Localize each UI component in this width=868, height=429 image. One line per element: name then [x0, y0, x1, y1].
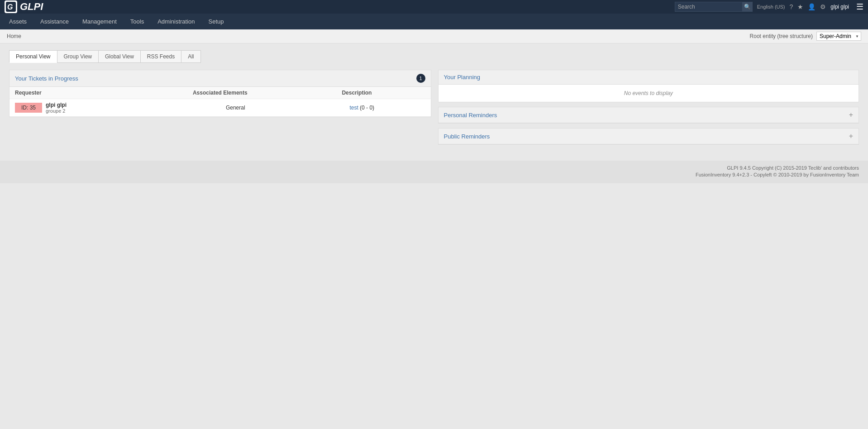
- notifications-icon[interactable]: 👤: [808, 3, 816, 10]
- footer-line-2: FusionInventory 9.4+2.3 - Copyleft © 201…: [9, 172, 859, 177]
- ticket-link[interactable]: test: [349, 105, 358, 111]
- nav-bar: Assets Assistance Management Tools Admin…: [0, 14, 868, 29]
- table-row: ID: 35 glpi glpi groupe 2 General test (…: [10, 99, 431, 117]
- public-reminders-header[interactable]: Public Reminders +: [439, 129, 859, 144]
- logo-area[interactable]: G GLPI: [5, 0, 43, 13]
- entity-dropdown-wrapper: Super-Admin: [816, 32, 861, 41]
- nav-setup[interactable]: Setup: [209, 14, 224, 29]
- nav-management[interactable]: Management: [82, 14, 117, 29]
- ticket-description: test (0 - 0): [299, 105, 425, 111]
- entity-label: Root entity (tree structure): [750, 33, 813, 39]
- tab-all[interactable]: All: [181, 50, 200, 63]
- nav-assets[interactable]: Assets: [9, 14, 27, 29]
- tab-rss-feeds[interactable]: RSS Feeds: [140, 50, 181, 63]
- main-content: Personal View Group View Global View RSS…: [0, 43, 868, 152]
- planning-panel-title: Your Planning: [444, 74, 480, 81]
- tickets-panel-header: Your Tickets in Progress 1: [10, 70, 431, 87]
- ticket-id[interactable]: ID: 35: [15, 103, 42, 113]
- tickets-panel: Your Tickets in Progress 1 Requester Ass…: [9, 70, 431, 117]
- dashboard: Your Tickets in Progress 1 Requester Ass…: [9, 70, 859, 145]
- footer-line-1: GLPI 9.4.5 Copyright (C) 2015-2019 Tecli…: [9, 165, 859, 171]
- personal-reminders-title: Personal Reminders: [444, 112, 497, 119]
- search-box: 🔍: [675, 2, 753, 12]
- personal-reminders-add-icon[interactable]: +: [849, 111, 853, 119]
- logo-icon: G: [5, 0, 17, 13]
- planning-no-events: No events to display: [439, 85, 859, 102]
- entity-selector: Root entity (tree structure) Super-Admin: [750, 32, 861, 41]
- public-reminders-title: Public Reminders: [444, 133, 490, 140]
- user-name[interactable]: glpi glpi: [830, 4, 849, 10]
- ticket-desc-count: (0 - 0): [360, 105, 374, 111]
- settings-icon[interactable]: ⚙: [820, 3, 826, 10]
- favorites-icon[interactable]: ★: [797, 3, 803, 10]
- hamburger-menu[interactable]: ☰: [856, 2, 863, 12]
- tickets-count-badge: 1: [416, 74, 425, 83]
- tab-group-view[interactable]: Group View: [57, 50, 98, 63]
- personal-reminders-header[interactable]: Personal Reminders +: [439, 107, 859, 123]
- breadcrumb[interactable]: Home: [7, 33, 21, 39]
- nav-administration[interactable]: Administration: [157, 14, 195, 29]
- col-header-elements: Associated Elements: [152, 90, 288, 96]
- tab-global-view[interactable]: Global View: [98, 50, 140, 63]
- ticket-elements: General: [172, 105, 299, 111]
- tickets-table-header: Requester Associated Elements Descriptio…: [10, 87, 431, 99]
- col-header-requester: Requester: [15, 90, 152, 96]
- personal-reminders-panel: Personal Reminders +: [438, 107, 859, 124]
- planning-panel: Your Planning No events to display: [438, 70, 859, 102]
- col-header-description: Description: [288, 90, 425, 96]
- top-right-area: 🔍 English (US) ? ★ 👤 ⚙ glpi glpi ☰: [675, 2, 863, 12]
- nav-assistance[interactable]: Assistance: [40, 14, 69, 29]
- search-button[interactable]: 🔍: [743, 2, 753, 12]
- tab-personal-view[interactable]: Personal View: [9, 50, 57, 63]
- nav-tools[interactable]: Tools: [130, 14, 144, 29]
- footer: GLPI 9.4.5 Copyright (C) 2015-2019 Tecli…: [0, 161, 868, 183]
- public-reminders-add-icon[interactable]: +: [849, 132, 853, 140]
- top-bar: G GLPI 🔍 English (US) ? ★ 👤 ⚙ glpi glpi …: [0, 0, 868, 14]
- right-panel: Your Planning No events to display Perso…: [438, 70, 859, 145]
- language-selector[interactable]: English (US): [757, 4, 785, 10]
- ticket-requester: glpi glpi groupe 2: [42, 102, 172, 114]
- svg-text:G: G: [7, 3, 13, 11]
- public-reminders-panel: Public Reminders +: [438, 128, 859, 145]
- requester-group: groupe 2: [46, 108, 172, 114]
- app-title: GLPI: [20, 1, 43, 13]
- view-tabs: Personal View Group View Global View RSS…: [9, 50, 859, 63]
- requester-name: glpi glpi: [46, 102, 172, 108]
- entity-dropdown[interactable]: Super-Admin: [816, 32, 861, 41]
- planning-panel-header: Your Planning: [439, 70, 859, 85]
- help-icon[interactable]: ?: [790, 3, 793, 10]
- search-input[interactable]: [675, 2, 743, 12]
- tickets-panel-title: Your Tickets in Progress: [15, 75, 78, 82]
- breadcrumb-bar: Home Root entity (tree structure) Super-…: [0, 29, 868, 43]
